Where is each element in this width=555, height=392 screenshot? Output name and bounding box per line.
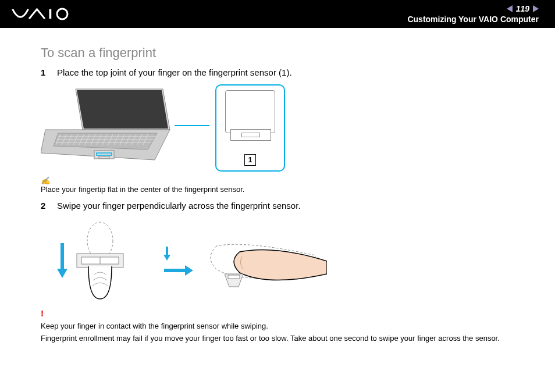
swipe-side-view xyxy=(164,229,327,293)
callout-connector-line xyxy=(175,125,209,126)
right-arrow-icon xyxy=(164,266,193,275)
svg-marker-3 xyxy=(77,90,168,129)
page-navigation: 119 xyxy=(407,4,539,13)
touchpad-illustration xyxy=(225,90,275,133)
down-arrow-icon xyxy=(58,243,66,278)
warning-block: ! Keep your finger in contact with the f… xyxy=(41,308,514,343)
step-2: 2 Swipe your finger perpendicularly acro… xyxy=(41,201,514,211)
section-title: Customizing Your VAIO Computer xyxy=(407,15,539,24)
figure-row-1: 1 xyxy=(41,84,514,172)
manual-page: 119 Customizing Your VAIO Computer To sc… xyxy=(0,0,555,392)
warning-line-2: Fingerprint enrollment may fail if you m… xyxy=(41,334,514,343)
figure-row-2 xyxy=(58,220,514,301)
svg-point-1 xyxy=(57,9,67,19)
swipe-top-view xyxy=(58,220,129,301)
next-page-arrow-icon[interactable] xyxy=(533,5,539,12)
svg-rect-27 xyxy=(99,156,109,158)
warning-icon: ! xyxy=(41,308,514,318)
tip-icon: ✍ xyxy=(41,176,50,185)
step-1: 1 Place the top joint of your finger on … xyxy=(41,67,514,77)
step-number: 1 xyxy=(41,67,49,77)
page-header: 119 Customizing Your VAIO Computer xyxy=(0,0,555,28)
laptop-illustration xyxy=(41,84,175,166)
fingerprint-sensor-slot xyxy=(241,133,260,137)
small-down-arrow-icon xyxy=(164,247,170,261)
header-right: 119 Customizing Your VAIO Computer xyxy=(407,4,539,24)
svg-rect-0 xyxy=(49,9,52,19)
page-content: To scan a fingerprint 1 Place the top jo… xyxy=(0,28,555,343)
step-text: Swipe your finger perpendicularly across… xyxy=(57,201,301,211)
tip-note: ✍ Place your fingertip flat in the cente… xyxy=(41,176,514,194)
finger-side-illustration xyxy=(199,229,327,293)
svg-rect-33 xyxy=(228,275,240,279)
prev-page-arrow-icon[interactable] xyxy=(507,5,513,12)
page-number: 119 xyxy=(516,4,529,13)
vaio-logo xyxy=(12,6,81,22)
callout-number-box: 1 xyxy=(244,154,256,166)
sensor-callout: 1 xyxy=(215,84,285,172)
step-text: Place the top joint of your finger on th… xyxy=(57,67,292,77)
page-title: To scan a fingerprint xyxy=(41,45,514,60)
finger-top-illustration xyxy=(71,220,129,301)
step-number: 2 xyxy=(41,201,49,211)
tip-text: Place your fingertip flat in the center … xyxy=(41,185,244,194)
warning-line-1: Keep your finger in contact with the fin… xyxy=(41,322,514,330)
